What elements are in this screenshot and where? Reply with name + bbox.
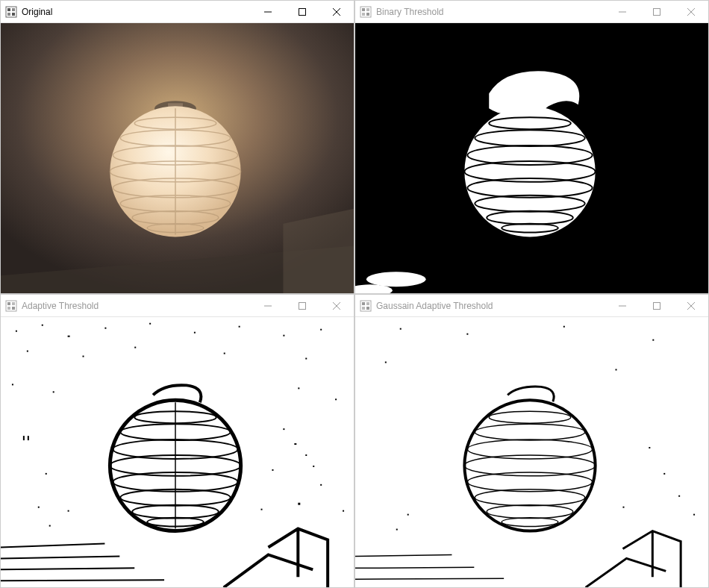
svg-rect-58	[104, 328, 106, 329]
svg-rect-117	[616, 369, 617, 370]
minimize-button[interactable]	[605, 1, 640, 22]
titlebar-original[interactable]: Original	[1, 1, 354, 23]
svg-rect-1	[7, 8, 10, 11]
svg-rect-112	[400, 328, 402, 330]
svg-rect-103	[362, 302, 365, 305]
minimize-button[interactable]	[251, 295, 285, 316]
svg-rect-99	[68, 510, 69, 512]
titlebar-adaptive[interactable]: Adaptive Threshold	[1, 295, 354, 317]
svg-marker-11	[283, 209, 354, 293]
svg-rect-66	[134, 347, 136, 348]
svg-rect-114	[563, 326, 565, 328]
windows-grid: Original	[0, 0, 709, 588]
svg-rect-46	[7, 302, 10, 305]
maximize-button[interactable]	[285, 295, 319, 316]
svg-rect-111	[355, 317, 708, 587]
window-gaussian: Gaussain Adaptive Threshold	[354, 294, 709, 588]
svg-rect-91	[283, 428, 284, 430]
svg-rect-27	[362, 13, 365, 16]
svg-rect-54	[1, 317, 354, 587]
image-original	[1, 23, 354, 293]
svg-rect-131	[663, 473, 665, 475]
svg-rect-6	[299, 8, 306, 15]
svg-rect-98	[343, 510, 344, 512]
svg-rect-57	[68, 336, 70, 337]
svg-rect-92	[294, 443, 296, 445]
window-title: Original	[22, 7, 251, 17]
svg-rect-60	[194, 332, 196, 334]
svg-rect-69	[12, 384, 13, 385]
svg-rect-51	[299, 302, 306, 309]
window-title: Gaussain Adaptive Threshold	[376, 301, 605, 311]
minimize-button[interactable]	[605, 295, 640, 316]
svg-rect-135	[407, 514, 409, 516]
maximize-button[interactable]	[285, 1, 319, 22]
svg-rect-116	[385, 362, 387, 363]
svg-rect-63	[320, 329, 322, 331]
svg-rect-59	[149, 323, 151, 325]
svg-rect-101	[38, 507, 40, 508]
svg-line-128	[355, 567, 474, 568]
window-controls	[605, 295, 708, 316]
window-title: Binary Threshold	[376, 7, 605, 17]
svg-rect-76	[313, 466, 314, 467]
svg-rect-56	[42, 325, 43, 326]
window-original: Original	[0, 0, 354, 294]
svg-rect-133	[622, 507, 624, 508]
minimize-button[interactable]	[251, 1, 285, 22]
svg-rect-3	[7, 13, 10, 16]
svg-rect-70	[53, 391, 54, 392]
image-gaussian	[355, 317, 708, 587]
titlebar-gaussian[interactable]: Gaussain Adaptive Threshold	[355, 295, 708, 317]
svg-rect-71	[298, 387, 299, 389]
svg-rect-96	[298, 503, 300, 505]
svg-rect-134	[693, 514, 695, 516]
svg-rect-47	[12, 302, 15, 305]
svg-rect-100	[49, 525, 51, 527]
svg-point-43	[366, 272, 426, 287]
svg-rect-75	[46, 473, 47, 475]
close-button[interactable]	[674, 295, 708, 316]
svg-rect-26	[366, 8, 369, 11]
svg-rect-30	[654, 8, 660, 15]
close-button[interactable]	[319, 1, 354, 22]
app-icon	[5, 6, 17, 18]
svg-rect-68	[305, 358, 307, 360]
svg-line-129	[355, 578, 504, 579]
svg-rect-95	[320, 484, 322, 486]
svg-rect-64	[27, 351, 28, 352]
window-controls	[251, 1, 354, 22]
svg-rect-105	[362, 307, 365, 310]
svg-rect-28	[366, 13, 369, 16]
maximize-button[interactable]	[640, 1, 674, 22]
svg-rect-93	[305, 454, 307, 456]
svg-rect-62	[283, 335, 284, 337]
close-button[interactable]	[319, 295, 354, 316]
svg-rect-67	[224, 353, 225, 354]
svg-rect-55	[16, 331, 17, 332]
svg-rect-97	[261, 509, 263, 510]
svg-rect-48	[7, 307, 10, 310]
app-icon	[360, 6, 372, 18]
svg-rect-106	[366, 307, 369, 310]
close-button[interactable]	[674, 1, 708, 22]
svg-rect-73	[23, 436, 25, 440]
maximize-button[interactable]	[640, 295, 674, 316]
svg-rect-61	[239, 326, 240, 328]
svg-rect-130	[649, 447, 650, 448]
window-controls	[605, 1, 708, 22]
window-adaptive: Adaptive Threshold	[0, 294, 354, 588]
svg-rect-113	[466, 334, 468, 335]
svg-rect-94	[272, 469, 273, 471]
svg-rect-115	[652, 340, 654, 341]
svg-rect-25	[362, 8, 365, 11]
svg-line-90	[1, 580, 164, 581]
svg-rect-74	[28, 436, 29, 440]
window-title: Adaptive Threshold	[22, 301, 251, 311]
svg-rect-136	[396, 529, 398, 531]
titlebar-binary[interactable]: Binary Threshold	[355, 1, 708, 23]
app-icon	[360, 300, 372, 312]
svg-rect-2	[12, 8, 15, 11]
svg-rect-104	[366, 302, 369, 305]
image-adaptive	[1, 317, 354, 587]
